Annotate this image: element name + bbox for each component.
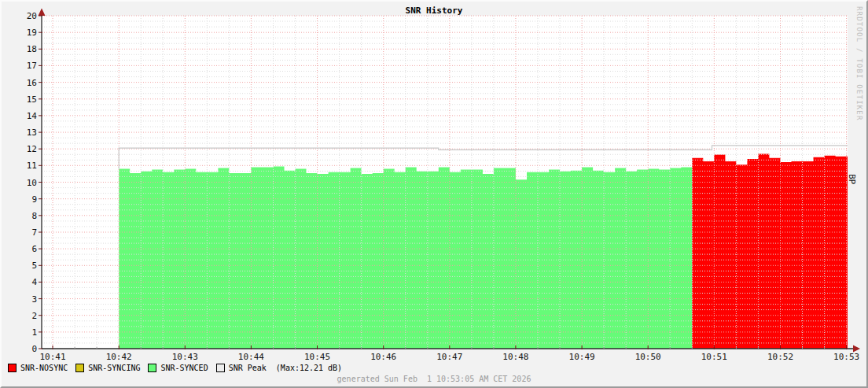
svg-text:17: 17 — [27, 61, 37, 71]
svg-text:10:49: 10:49 — [569, 352, 595, 362]
svg-text:14: 14 — [27, 111, 38, 121]
svg-text:20: 20 — [27, 11, 37, 21]
svg-text:7: 7 — [31, 227, 37, 238]
svg-text:4: 4 — [31, 277, 37, 287]
svg-text:18: 18 — [27, 44, 37, 54]
legend-label-synced: SNR-SYNCED — [160, 364, 208, 372]
peak-max-note: (Max:12.21 dB) — [276, 364, 342, 372]
svg-text:10:53: 10:53 — [833, 352, 859, 362]
svg-text:10:52: 10:52 — [767, 352, 793, 362]
legend-swatch-peak — [216, 364, 225, 372]
legend-label-peak: SNR Peak — [229, 364, 267, 372]
svg-text:10:44: 10:44 — [238, 352, 264, 362]
svg-text:16: 16 — [27, 78, 37, 88]
legend-label-syncing: SNR-SYNCING — [88, 364, 140, 372]
legend: SNR-NOSYNC SNR-SYNCING SNR-SYNCED SNR Pe… — [8, 362, 342, 374]
svg-text:0: 0 — [31, 344, 37, 354]
svg-text:10: 10 — [27, 178, 37, 188]
svg-text:10:50: 10:50 — [635, 352, 661, 362]
svg-text:19: 19 — [27, 28, 37, 38]
svg-text:13: 13 — [27, 127, 37, 138]
legend-swatch-nosync — [8, 364, 17, 372]
svg-text:10:43: 10:43 — [172, 352, 198, 362]
svg-text:10:47: 10:47 — [436, 352, 462, 362]
svg-text:10:41: 10:41 — [39, 352, 65, 362]
legend-label-nosync: SNR-NOSYNC — [20, 364, 68, 372]
rrdtool-watermark: RRDTOOL / TOBI OETIKER — [855, 6, 863, 121]
svg-text:11: 11 — [27, 161, 37, 171]
vertical-axis-label-bp: BP — [847, 174, 857, 184]
svg-text:8: 8 — [31, 211, 37, 221]
legend-item-synced: SNR-SYNCED — [148, 364, 208, 372]
svg-text:10:42: 10:42 — [106, 352, 132, 362]
generated-footer: generated Sun Feb 1 10:53:05 AM CET 2026 — [2, 375, 866, 383]
chart-canvas: 0123456789101112131415161718192010:4110:… — [2, 2, 866, 386]
svg-text:6: 6 — [31, 244, 37, 254]
legend-item-peak: SNR Peak — [216, 364, 267, 372]
svg-text:15: 15 — [27, 94, 37, 105]
legend-item-nosync: SNR-NOSYNC — [8, 364, 68, 372]
legend-swatch-syncing — [75, 364, 84, 372]
svg-text:10:46: 10:46 — [370, 352, 396, 362]
svg-text:2: 2 — [31, 311, 37, 321]
rrdtool-graph: SNR History 0123456789101112131415161718… — [0, 0, 868, 388]
svg-text:10:51: 10:51 — [701, 352, 727, 362]
svg-text:1: 1 — [31, 327, 37, 338]
svg-text:10:48: 10:48 — [502, 352, 528, 362]
svg-text:12: 12 — [27, 144, 37, 154]
svg-text:5: 5 — [31, 261, 37, 271]
legend-item-syncing: SNR-SYNCING — [75, 364, 140, 372]
svg-text:3: 3 — [31, 294, 37, 305]
legend-swatch-synced — [148, 364, 156, 372]
svg-text:10:45: 10:45 — [304, 352, 330, 362]
snr-history-plot: 0123456789101112131415161718192010:4110:… — [2, 2, 866, 386]
svg-text:9: 9 — [31, 194, 37, 205]
